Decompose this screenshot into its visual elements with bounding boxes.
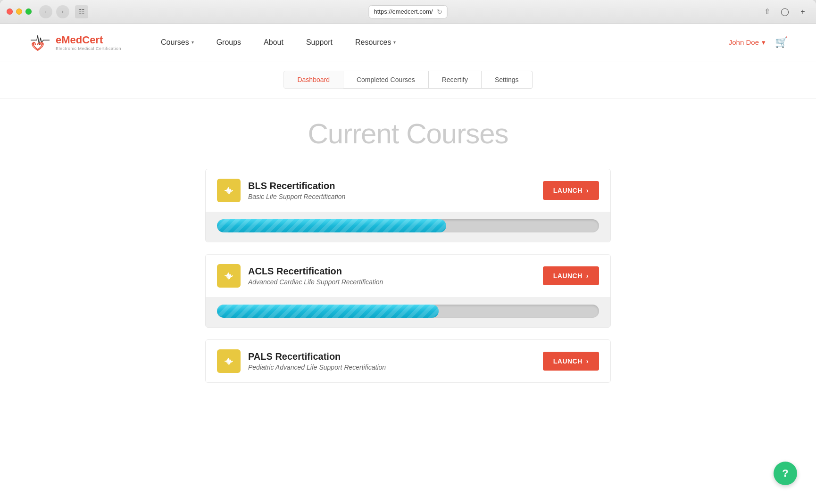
share-button[interactable]: ⇧ xyxy=(760,5,774,18)
course-title-acls: ACLS Recertification xyxy=(248,266,543,277)
close-button[interactable] xyxy=(7,8,13,15)
launch-arrow-pals: › xyxy=(586,357,589,365)
launch-button-acls[interactable]: LAUNCH › xyxy=(543,266,599,285)
progress-track-bls xyxy=(217,219,599,232)
course-header-bls: BLS Recertification Basic Life Support R… xyxy=(206,169,610,212)
site-header: eMedCert Electronic Medical Certificatio… xyxy=(0,24,816,61)
course-icon-pals xyxy=(217,349,241,373)
address-bar[interactable]: https://emedcert.com/ ↻ xyxy=(369,5,448,18)
progress-track-acls xyxy=(217,305,599,318)
titlebar-right: ⇧ ◯ + xyxy=(760,5,809,18)
main-content: Current Courses BLS Recertification Basi… xyxy=(196,99,620,413)
course-subtitle-acls: Advanced Cardiac Life Support Recertific… xyxy=(248,278,543,286)
course-info-acls: ACLS Recertification Advanced Cardiac Li… xyxy=(248,266,543,286)
course-progress-acls xyxy=(206,297,610,327)
logo[interactable]: eMedCert Electronic Medical Certificatio… xyxy=(28,31,121,54)
titlebar-layout: ‹ › ☷ https://emedcert.com/ ↻ ⇧ ◯ + xyxy=(7,5,809,18)
course-icon-bls xyxy=(217,179,241,202)
maximize-button[interactable] xyxy=(25,8,32,15)
page-title: Current Courses xyxy=(205,117,611,150)
help-button[interactable]: ? xyxy=(774,462,797,485)
resources-dropdown-arrow: ▾ xyxy=(393,40,396,45)
logo-icon xyxy=(28,31,52,54)
course-progress-bls xyxy=(206,212,610,242)
url-text: https://emedcert.com/ xyxy=(374,8,433,15)
reload-button[interactable]: ↻ xyxy=(437,8,442,16)
nav-resources[interactable]: Resources ▾ xyxy=(344,24,407,61)
main-nav: Courses ▾ Groups About Support Resources… xyxy=(150,24,729,61)
sidebar-button[interactable]: ☷ xyxy=(75,5,88,18)
course-card-pals: PALS Recertification Pediatric Advanced … xyxy=(205,339,611,383)
logo-sub: Electronic Medical Certification xyxy=(56,46,121,51)
launch-button-pals[interactable]: LAUNCH › xyxy=(543,352,599,371)
nav-support[interactable]: Support xyxy=(295,24,344,61)
course-icon-acls xyxy=(217,264,241,288)
logo-main: eMedCert xyxy=(56,34,121,46)
course-card-acls: ACLS Recertification Advanced Cardiac Li… xyxy=(205,254,611,328)
address-bar-container: https://emedcert.com/ ↻ xyxy=(369,5,448,18)
traffic-lights xyxy=(7,8,32,15)
tab-dashboard[interactable]: Dashboard xyxy=(283,71,343,89)
course-title-pals: PALS Recertification xyxy=(248,351,543,362)
tab-recertify[interactable]: Recertify xyxy=(429,71,482,89)
tab-settings[interactable]: Settings xyxy=(482,71,533,89)
course-info-bls: BLS Recertification Basic Life Support R… xyxy=(248,181,543,200)
titlebar-left: ‹ › ☷ xyxy=(7,5,88,18)
back-button[interactable]: ‹ xyxy=(39,5,52,18)
add-tab-button[interactable]: + xyxy=(796,5,809,18)
launch-button-bls[interactable]: LAUNCH › xyxy=(543,181,599,200)
courses-dropdown-arrow: ▾ xyxy=(192,40,194,45)
nav-right: John Doe ▾ 🛒 xyxy=(729,36,788,49)
nav-courses[interactable]: Courses ▾ xyxy=(150,24,205,61)
launch-arrow-bls: › xyxy=(586,187,589,194)
user-name: John Doe xyxy=(729,38,759,46)
course-title-bls: BLS Recertification xyxy=(248,181,543,191)
launch-arrow-acls: › xyxy=(586,272,589,280)
browser-titlebar: ‹ › ☷ https://emedcert.com/ ↻ ⇧ ◯ + xyxy=(0,0,816,24)
nav-about[interactable]: About xyxy=(252,24,295,61)
cart-icon[interactable]: 🛒 xyxy=(775,36,788,49)
progress-fill-acls xyxy=(217,305,439,318)
course-subtitle-bls: Basic Life Support Recertification xyxy=(248,193,543,200)
nav-groups[interactable]: Groups xyxy=(205,24,252,61)
browser-window: ‹ › ☷ https://emedcert.com/ ↻ ⇧ ◯ + xyxy=(0,0,816,504)
forward-button[interactable]: › xyxy=(56,5,69,18)
logo-text: eMedCert Electronic Medical Certificatio… xyxy=(56,34,121,51)
tab-completed-courses[interactable]: Completed Courses xyxy=(343,71,429,89)
course-header-pals: PALS Recertification Pediatric Advanced … xyxy=(206,340,610,382)
course-card-bls: BLS Recertification Basic Life Support R… xyxy=(205,169,611,242)
minimize-button[interactable] xyxy=(16,8,22,15)
course-subtitle-pals: Pediatric Advanced Life Support Recertif… xyxy=(248,364,543,371)
course-info-pals: PALS Recertification Pediatric Advanced … xyxy=(248,351,543,371)
logo-e: e xyxy=(56,34,61,46)
page-content: eMedCert Electronic Medical Certificatio… xyxy=(0,24,816,504)
user-dropdown-arrow: ▾ xyxy=(762,38,766,47)
user-menu[interactable]: John Doe ▾ xyxy=(729,38,766,47)
progress-fill-bls xyxy=(217,219,446,232)
new-tab-button[interactable]: ◯ xyxy=(778,5,791,18)
sub-nav: Dashboard Completed Courses Recertify Se… xyxy=(0,61,816,99)
course-header-acls: ACLS Recertification Advanced Cardiac Li… xyxy=(206,255,610,297)
